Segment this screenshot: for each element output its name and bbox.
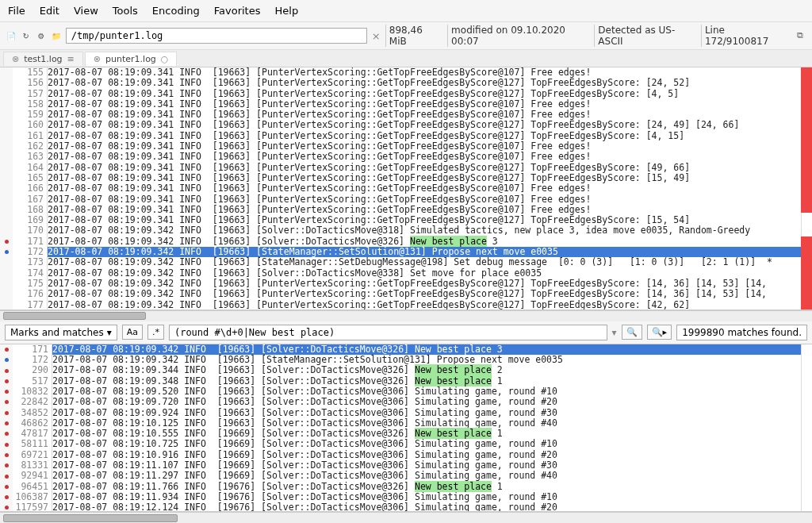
toolbar: 📄 ↻ ⚙ 📁 × 898,46 MiB modified on 09.10.2… <box>0 22 812 50</box>
bottom-pane: 1711722905171083222842348524686247817581… <box>0 344 812 512</box>
gutter-marks <box>0 344 13 511</box>
search-options-button[interactable]: 🔍▸ <box>647 325 672 340</box>
status-encoding: Detected as US-ASCII <box>594 25 696 47</box>
horizontal-scrollbar[interactable] <box>0 512 812 523</box>
settings-icon[interactable]: ⚙ <box>35 29 47 42</box>
search-bar: Marks and matches ▾ Aa .* ▾ 🔍 🔍▸ 1999890… <box>0 321 812 344</box>
scroll-strip[interactable] <box>801 67 812 310</box>
close-icon[interactable]: ⊗ <box>94 54 101 64</box>
menu-favorites[interactable]: Favorites <box>214 5 261 17</box>
pin-icon[interactable]: ○ <box>161 54 169 64</box>
top-pane: 1551561571581591601611621631641651661671… <box>0 67 812 310</box>
code-area[interactable]: 2017-08-07 08:19:09.341 INFO [19663] [Pu… <box>48 67 801 310</box>
new-file-icon[interactable]: 📄 <box>5 29 17 42</box>
scroll-strip[interactable] <box>801 344 812 511</box>
menu-view[interactable]: View <box>74 5 98 17</box>
tab-label: test1.log <box>24 54 62 64</box>
menu-file[interactable]: File <box>8 5 25 17</box>
gutter-line-numbers: 1711722905171083222842348524686247817581… <box>13 344 52 511</box>
clear-path-icon[interactable]: × <box>370 30 382 42</box>
chevron-down-icon: ▾ <box>107 327 112 338</box>
code-area[interactable]: 2017-08-07 08:19:09.342 INFO [19663] [So… <box>52 344 801 511</box>
menu-tools[interactable]: Tools <box>113 5 138 17</box>
status-modified: modified on 09.10.2020 00:07 <box>447 25 589 47</box>
refresh-icon[interactable]: ↻ <box>20 29 32 42</box>
gutter-line-numbers: 1551561571581591601611621631641651661671… <box>13 67 48 310</box>
search-input[interactable] <box>169 325 607 340</box>
menu-help[interactable]: Help <box>275 5 299 17</box>
folder-icon[interactable]: 📁 <box>51 29 63 42</box>
menubar: File Edit View Tools Encoding Favorites … <box>0 0 812 22</box>
status-size: 898,46 MiB <box>385 25 442 47</box>
statusbar: 898,46 MiB modified on 09.10.2020 00:07 … <box>385 25 807 47</box>
case-sensitive-button[interactable]: Aa <box>122 325 143 340</box>
horizontal-scrollbar[interactable] <box>0 310 812 321</box>
file-path-input[interactable] <box>66 28 367 44</box>
search-mode-label: Marks and matches <box>10 327 104 338</box>
tab-test1[interactable]: ⊗ test1.log ≡ <box>3 52 83 66</box>
search-matches-count: 1999890 matches found. <box>676 325 807 340</box>
tab-bar: ⊗ test1.log ≡ ⊗ punter1.log ○ <box>0 50 812 67</box>
menu-encoding[interactable]: Encoding <box>152 5 200 17</box>
search-mode-dropdown[interactable]: Marks and matches ▾ <box>5 325 117 340</box>
menu-edit[interactable]: Edit <box>40 5 59 17</box>
status-position: Line 172/9100817 <box>701 25 789 47</box>
chevron-down-icon[interactable]: ▾ <box>612 327 617 338</box>
tab-punter1[interactable]: ⊗ punter1.log ○ <box>85 52 178 66</box>
close-icon[interactable]: ⊗ <box>12 54 19 64</box>
editor: 1551561571581591601611621631641651661671… <box>0 67 812 523</box>
search-button[interactable]: 🔍 <box>622 325 642 340</box>
pin-icon[interactable]: ≡ <box>67 54 75 64</box>
gutter-marks <box>0 67 13 310</box>
popout-icon[interactable]: ⧉ <box>797 30 807 41</box>
regex-button[interactable]: .* <box>147 325 164 340</box>
tab-label: punter1.log <box>105 54 156 64</box>
